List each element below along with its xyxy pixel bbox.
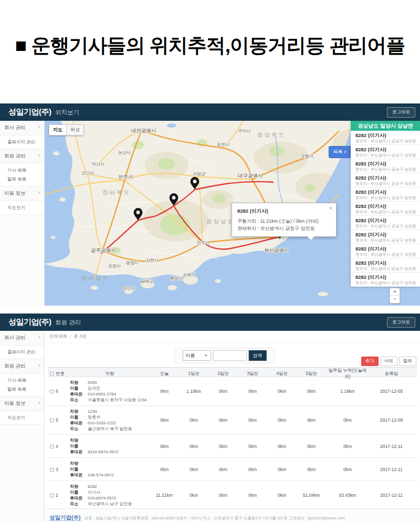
search-field-select[interactable]: 이름 ▼	[182, 350, 211, 361]
list-item[interactable]: 8282 (이기사) 현위치 : 부산광역시 금정구 장전동	[351, 230, 420, 244]
svg-text:통영시: 통영시	[170, 276, 183, 281]
svg-text:경상남도: 경상남도	[206, 218, 235, 224]
list-item[interactable]: 8282 (이기사) 현위치 : 부산광역시 금정구 장전동	[351, 187, 420, 202]
brand-logo[interactable]: 성일기업(주)	[8, 107, 51, 117]
footer-info: 상호 : 성일기업(주) | 사업자등록번호 : 000-00-0000 대표자…	[85, 516, 345, 520]
sidebar: 회사 관리 ∨ 홈페이지 관리 회원 관리 ∨ 기사 목록 탈퇴 목록 이동 정…	[0, 121, 45, 306]
svg-text:진주시: 진주시	[197, 241, 209, 245]
map-canvas[interactable]: 대전광역시 논산시 익산시 군산시 전주시 김천시 구미시 경상북도 대구광역시…	[45, 121, 420, 306]
nav-location-view[interactable]: 위치보기	[55, 109, 79, 117]
footer-company[interactable]: 성일기업(주)	[49, 514, 81, 521]
select-all-checkbox[interactable]	[50, 372, 54, 375]
row-checkbox[interactable]	[50, 468, 54, 472]
table-header: 번호 차량 오늘 1일전 2일전 3일전 4일전 5일전 일주일 누적(오늘제외…	[48, 368, 417, 377]
list-item[interactable]: 8282 (이기사) 현위치 : 부산광역시 금정구 장전동	[351, 202, 420, 216]
svg-text:익산시: 익산시	[92, 162, 104, 166]
sidebar-item-map-view[interactable]: 지도보기	[0, 203, 44, 212]
action-buttons: 추가 삭제 탈퇴	[361, 357, 416, 366]
chevron-down-icon: ∨	[38, 401, 40, 405]
svg-text:대전광역시: 대전광역시	[131, 128, 156, 133]
search-box: 이름 ▼ 검색	[174, 348, 274, 363]
sidebar-item-driver-list[interactable]: 기사 목록	[0, 166, 44, 175]
close-icon[interactable]: ×	[329, 205, 332, 211]
table-row: 3 차량 이름 휴대폰106-574-0572 0km 0km 0km 0km …	[48, 458, 417, 481]
list-item[interactable]: 8282 (이기사) 현위치 : 부산광역시 금정구 장전동	[351, 145, 420, 159]
row-checkbox[interactable]	[50, 390, 54, 393]
list-item-title: 8282 (이기사)	[355, 217, 415, 224]
svg-text:거창군: 거창군	[193, 172, 205, 176]
member-table: 번호 차량 오늘 1일전 2일전 3일전 4일전 5일전 일주일 누적(오늘제외…	[48, 367, 417, 522]
member-app-screenshot: 성일기업(주) 회원 관리 로그아웃 회사 관리 ∨ 홈페이지 관리 회원 관리…	[0, 310, 420, 522]
add-button[interactable]: 추가	[361, 357, 379, 366]
footer: 성일기업(주)상호 : 성일기업(주) | 사업자등록번호 : 000-00-0…	[45, 508, 420, 522]
list-item[interactable]: 8282 (이기사) 현위치 : 부산광역시 금정구 장전동	[351, 273, 420, 287]
withdraw-button[interactable]: 탈퇴	[399, 357, 416, 366]
sidebar-item-homepage-admin[interactable]: 홈페이지 관리	[0, 348, 44, 357]
table-row: 2 차량8282 이름이기사 휴대폰010-6574-0572 주소부산광역시 …	[48, 481, 417, 510]
list-item-location: 현위치 : 부산광역시 금정구 장전동	[355, 139, 415, 144]
sidebar-item-map-view[interactable]: 지도보기	[0, 413, 44, 422]
app1-header: 성일기업(주) 위치보기 로그아웃	[0, 103, 420, 121]
chevron-down-icon: ∨	[38, 335, 40, 339]
svg-text:광양시: 광양시	[126, 260, 139, 265]
zoom-in-button[interactable]: +	[390, 288, 400, 296]
brand-logo[interactable]: 성일기업(주)	[8, 317, 51, 327]
zoom-out-button[interactable]: −	[390, 296, 400, 303]
address-value: 울산광역시 북구 달천동	[88, 426, 132, 432]
breadcrumb-count: 총 4명	[74, 333, 86, 339]
driver-info-tooltip: 8282 (이기사) 주행거리 : 11.21km (오늘) / 0km (어제…	[232, 203, 337, 237]
svg-text:김천시: 김천시	[217, 142, 229, 147]
sidebar-item-member-admin[interactable]: 회원 관리 ∨	[0, 149, 44, 164]
list-item[interactable]: 8282 (이기사) 현위치 : 부산광역시 금정구 장전동	[351, 258, 420, 273]
sidebar-item-homepage-admin[interactable]: 홈페이지 관리	[0, 138, 44, 147]
chevron-down-icon: ∨	[38, 363, 40, 368]
logout-button[interactable]: 로그아웃	[387, 107, 415, 118]
page: ■ 운행기사들의 위치추적,이동거리등 관리어플 성일기업(주) 위치보기 로그…	[0, 0, 420, 522]
svg-text:남해군: 남해군	[141, 279, 153, 284]
sidebar-item-driver-list[interactable]: 기사 목록	[0, 376, 44, 385]
list-item[interactable]: 8282 (이기사) 현위치 : 부산광역시 금정구 장전동	[351, 244, 420, 258]
list-item[interactable]: 8282 (이기사) 현위치 : 부산광역시 금정구 장전동	[351, 173, 420, 187]
name-value: 정호석	[88, 414, 100, 420]
search-input[interactable]	[213, 350, 246, 361]
list-item-location: 현위치 : 부산광역시 금정구 장전동	[355, 210, 415, 215]
phone-value: 8210-6574-0572	[88, 449, 119, 455]
sidebar-item-company-admin[interactable]: 회사 관리 ∨	[0, 121, 44, 135]
sidebar-item-company-admin[interactable]: 회사 관리 ∨	[0, 331, 44, 346]
logout-button[interactable]: 로그아웃	[387, 317, 415, 328]
list-item[interactable]: 8282 (이기사) 현위치 : 부산광역시 금정구 장전동	[351, 216, 420, 230]
map-type-satellite-button[interactable]: 위성	[67, 124, 84, 135]
sidebar-item-withdrawn-list[interactable]: 탈퇴 목록	[0, 175, 44, 184]
register-date: 2017-12-11	[369, 467, 414, 472]
driver-list-panel: 경상남도 밀양시 상남면 8282 (이기사) 현위치 : 부산광역시 금정구 …	[351, 121, 420, 287]
search-button[interactable]: 검색	[248, 350, 266, 361]
list-item-location: 현위치 : 부산광역시 금정구 장전동	[355, 224, 415, 229]
row-checkbox[interactable]	[50, 494, 54, 497]
phone-value: 010-6551-2754	[88, 391, 116, 397]
list-item[interactable]: 8282 (이기사) 현위치 : 부산광역시 금정구 장전동	[351, 131, 420, 145]
list-item-title: 8282 (이기사)	[355, 161, 415, 167]
name-value: 김석진	[88, 385, 100, 391]
row-checkbox[interactable]	[50, 445, 54, 448]
delete-button[interactable]: 삭제	[380, 357, 397, 366]
breadcrumb-all[interactable]: 전체목록	[49, 333, 67, 339]
app2-body: 회사 관리 ∨ 홈페이지 관리 회원 관리 ∨ 기사 목록 탈퇴 목록 이동 정…	[0, 331, 420, 522]
list-item-location: 현위치 : 부산광역시 금정구 장전동	[355, 238, 415, 243]
sidebar-item-member-admin[interactable]: 회원 관리 ∨	[0, 359, 44, 374]
map-type-map-button[interactable]: 지도	[49, 124, 67, 135]
list-item-location: 현위치 : 부산광역시 금정구 장전동	[355, 252, 415, 257]
svg-text:전라남도: 전라남도	[81, 275, 110, 281]
sidebar-item-withdrawn-list[interactable]: 탈퇴 목록	[0, 385, 44, 394]
panel-toggle-button[interactable]: 목록 >	[329, 146, 351, 158]
list-item-title: 8282 (이기사)	[355, 246, 415, 252]
list-item[interactable]: 8282 (이기사) 현위치 : 부산광역시 금정구 장전동	[351, 159, 420, 173]
sidebar-item-movement-info[interactable]: 이동 정보 ∨	[0, 396, 44, 411]
register-date: 2017-12-05	[369, 389, 414, 394]
map-type-switcher: 지도 위성	[49, 124, 84, 135]
row-checkbox[interactable]	[50, 419, 54, 422]
nav-member-admin[interactable]: 회원 관리	[55, 319, 81, 327]
member-content: 전체목록|총 4명 이름 ▼ 검색 추가 삭제 탈퇴	[45, 331, 420, 522]
address-value: 서울특별시 동작구 사당동 1234	[88, 397, 146, 403]
svg-text:경상북도: 경상북도	[257, 131, 286, 138]
sidebar-item-movement-info[interactable]: 이동 정보 ∨	[0, 186, 44, 201]
